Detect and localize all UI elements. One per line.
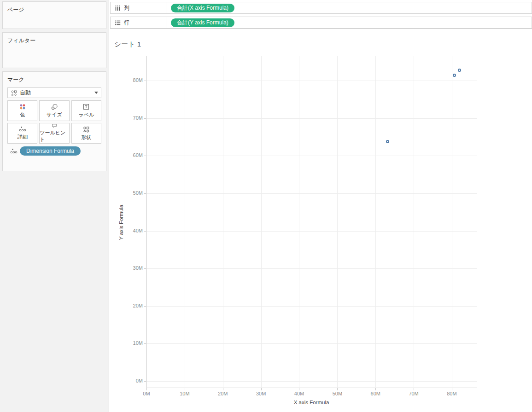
- label-button-label: ラベル: [78, 111, 94, 118]
- marks-buttons: 色 サイズ ラベル: [7, 100, 101, 144]
- detail-button[interactable]: 詳細: [7, 123, 37, 144]
- vertical-gridline: [375, 56, 376, 388]
- x-tick-label: 10M: [175, 391, 195, 396]
- mark-type-caret-button[interactable]: [91, 88, 101, 98]
- y-tick-label: 60M: [123, 152, 143, 158]
- x-tick-label: 60M: [365, 391, 386, 396]
- tableau-workspace: ページ フィルター マーク 自動: [0, 0, 532, 412]
- sheet-title[interactable]: シート 1: [114, 40, 141, 49]
- scatter-mark[interactable]: [386, 140, 389, 143]
- boxed-t-icon: [83, 104, 89, 110]
- y-tick-label: 20M: [123, 303, 143, 308]
- horizontal-gridline: [146, 268, 477, 269]
- x-tick-label: 0M: [136, 391, 157, 396]
- horizontal-gridline: [146, 81, 477, 81]
- y-axis-tick: [144, 268, 146, 269]
- sidebar: ページ フィルター マーク 自動: [0, 0, 109, 412]
- x-axis-tick: [375, 388, 376, 390]
- horizontal-gridline: [146, 118, 477, 119]
- detail-dots-icon: [19, 126, 26, 132]
- columns-bars-icon: [115, 5, 121, 11]
- horizontal-gridline: [146, 343, 477, 344]
- y-tick-label: 40M: [123, 228, 143, 233]
- marks-card-title: マーク: [3, 72, 106, 84]
- vertical-gridline: [299, 56, 299, 388]
- vertical-gridline: [223, 56, 223, 388]
- x-axis-tick: [146, 388, 147, 390]
- scatter-mark[interactable]: [453, 74, 456, 77]
- filters-shelf-card[interactable]: フィルター: [2, 32, 106, 68]
- x-tick-label: 80M: [442, 391, 462, 396]
- overlapping-circles-icon: [51, 104, 58, 110]
- y-tick-label: 70M: [123, 115, 143, 121]
- x-tick-label: 40M: [289, 391, 309, 396]
- detail-dots-icon: [10, 148, 18, 154]
- shapes-auto-icon: [11, 90, 17, 96]
- rows-shelf[interactable]: 行 合計(Y axis Formula): [110, 17, 532, 29]
- y-axis-tick: [144, 156, 146, 156]
- worksheet-area: 列 合計(X axis Formula) 行 合計(Y axis Formula…: [109, 0, 532, 412]
- horizontal-gridline: [146, 381, 477, 382]
- pages-shelf-title: ページ: [3, 2, 106, 14]
- speech-bubble-icon: [51, 123, 58, 128]
- y-axis-tick: [144, 231, 146, 232]
- rows-measure-pill[interactable]: 合計(Y axis Formula): [171, 18, 234, 27]
- y-tick-label: 30M: [123, 265, 143, 271]
- y-tick-label: 50M: [123, 190, 143, 196]
- vertical-gridline: [337, 56, 338, 388]
- vertical-gridline: [414, 56, 414, 388]
- columns-shelf-pills: 合計(X axis Formula): [166, 2, 234, 13]
- horizontal-gridline: [146, 156, 477, 156]
- plot-area[interactable]: 0M10M20M30M40M50M60M70M80M0M10M20M30M40M…: [146, 56, 477, 388]
- label-button[interactable]: ラベル: [71, 100, 101, 121]
- x-axis-title[interactable]: X axis Formula: [146, 400, 477, 405]
- rows-shelf-pills: 合計(Y axis Formula): [166, 17, 234, 28]
- x-axis-tick: [185, 388, 185, 390]
- horizontal-gridline: [146, 231, 477, 232]
- x-tick-label: 20M: [213, 391, 233, 396]
- y-axis-tick: [144, 193, 146, 194]
- x-tick-label: 30M: [251, 391, 271, 396]
- shape-button[interactable]: 形状: [71, 123, 101, 144]
- y-axis-title[interactable]: Y axis Formula: [116, 56, 127, 388]
- dimension-pill[interactable]: Dimension Formula: [20, 146, 81, 156]
- y-axis-tick: [144, 381, 146, 382]
- vertical-gridline: [185, 56, 185, 388]
- marks-card: マーク 自動: [2, 71, 106, 171]
- vertical-gridline: [452, 56, 452, 388]
- columns-shelf-label: 列: [111, 2, 166, 13]
- columns-shelf-text: 列: [124, 4, 129, 12]
- x-axis-tick: [299, 388, 299, 390]
- y-axis-tick: [144, 118, 146, 119]
- scatter-mark[interactable]: [458, 69, 461, 72]
- x-axis-tick: [223, 388, 223, 390]
- x-axis-tick: [337, 388, 338, 390]
- detail-button-label: 詳細: [18, 133, 28, 140]
- columns-measure-pill[interactable]: 合計(X axis Formula): [171, 4, 234, 12]
- vertical-gridline: [261, 56, 262, 388]
- rows-bars-icon: [115, 20, 121, 26]
- columns-shelf[interactable]: 列 合計(X axis Formula): [110, 2, 532, 14]
- mark-type-dropdown[interactable]: 自動: [7, 87, 101, 98]
- size-button[interactable]: サイズ: [39, 100, 69, 121]
- x-axis-tick: [261, 388, 262, 390]
- chevron-down-icon: [94, 92, 98, 94]
- color-button-label: 色: [20, 111, 25, 118]
- mark-type-value: 自動: [20, 89, 91, 97]
- rows-shelf-label: 行: [111, 17, 166, 28]
- x-axis-tick: [452, 388, 452, 390]
- y-tick-label: 0M: [123, 378, 143, 383]
- rows-shelf-text: 行: [124, 19, 129, 27]
- y-axis-tick: [144, 343, 146, 344]
- y-tick-label: 80M: [123, 77, 143, 83]
- vertical-gridline: [146, 56, 147, 388]
- shelf-sheet-divider: [110, 29, 532, 29]
- color-button[interactable]: 色: [7, 100, 37, 121]
- color-dots-icon: [19, 104, 26, 110]
- filters-shelf-title: フィルター: [3, 33, 106, 45]
- size-button-label: サイズ: [47, 111, 62, 118]
- tooltip-button-label: ツールヒント: [40, 129, 69, 143]
- horizontal-gridline: [146, 193, 477, 194]
- pages-shelf-card[interactable]: ページ: [2, 1, 106, 29]
- tooltip-button[interactable]: ツールヒント: [39, 123, 69, 144]
